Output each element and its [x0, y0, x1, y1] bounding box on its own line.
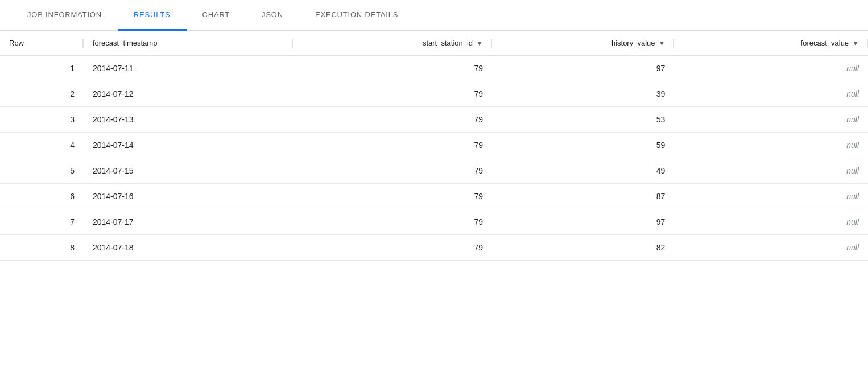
cell-forecast-3: null	[674, 107, 868, 133]
cell-timestamp-1: 2014-07-11	[84, 56, 293, 81]
cell-station-1: 79	[293, 56, 492, 81]
tab-results[interactable]: RESULTS	[118, 0, 187, 31]
cell-forecast-4: null	[674, 133, 868, 158]
col-header-forecast_timestamp: forecast_timestamp	[84, 31, 293, 56]
cell-row-2: 2	[0, 81, 84, 107]
col-header-row: Row	[0, 31, 84, 56]
cell-timestamp-6: 2014-07-16	[84, 184, 293, 209]
col-label-history_value: history_value	[611, 39, 655, 47]
table-row: 42014-07-147959null	[0, 133, 868, 158]
cell-timestamp-8: 2014-07-18	[84, 235, 293, 261]
tab-bar: JOB INFORMATIONRESULTSCHARTJSONEXECUTION…	[0, 0, 868, 31]
table-row: 82014-07-187982null	[0, 235, 868, 261]
cell-timestamp-3: 2014-07-13	[84, 107, 293, 133]
cell-station-7: 79	[293, 209, 492, 235]
cell-timestamp-2: 2014-07-12	[84, 81, 293, 107]
cell-history-5: 49	[492, 158, 674, 184]
cell-history-3: 53	[492, 107, 674, 133]
cell-station-2: 79	[293, 81, 492, 107]
col-label-forecast_value: forecast_value	[801, 39, 849, 47]
sort-icon-history_value: ▼	[659, 39, 666, 47]
table-row: 22014-07-127939null	[0, 81, 868, 107]
cell-station-6: 79	[293, 184, 492, 209]
cell-history-7: 97	[492, 209, 674, 235]
cell-history-4: 59	[492, 133, 674, 158]
cell-row-6: 6	[0, 184, 84, 209]
col-header-history_value[interactable]: history_value▼	[492, 31, 674, 56]
cell-history-2: 39	[492, 81, 674, 107]
cell-timestamp-4: 2014-07-14	[84, 133, 293, 158]
cell-timestamp-5: 2014-07-15	[84, 158, 293, 184]
table-row: 32014-07-137953null	[0, 107, 868, 133]
tab-job-information[interactable]: JOB INFORMATION	[11, 0, 118, 31]
cell-row-4: 4	[0, 133, 84, 158]
cell-station-3: 79	[293, 107, 492, 133]
cell-forecast-1: null	[674, 56, 868, 81]
cell-row-8: 8	[0, 235, 84, 261]
col-label-row: Row	[9, 39, 24, 47]
cell-forecast-7: null	[674, 209, 868, 235]
sort-icon-start_station_id: ▼	[476, 39, 483, 47]
cell-forecast-2: null	[674, 81, 868, 107]
col-label-forecast_timestamp: forecast_timestamp	[93, 39, 157, 47]
results-table: Rowforecast_timestampstart_station_id▼hi…	[0, 31, 868, 261]
cell-forecast-6: null	[674, 184, 868, 209]
cell-row-5: 5	[0, 158, 84, 184]
cell-station-4: 79	[293, 133, 492, 158]
tab-json[interactable]: JSON	[246, 0, 299, 31]
table-row: 52014-07-157949null	[0, 158, 868, 184]
col-header-start_station_id[interactable]: start_station_id▼	[293, 31, 492, 56]
cell-station-5: 79	[293, 158, 492, 184]
table-row: 12014-07-117997null	[0, 56, 868, 81]
cell-station-8: 79	[293, 235, 492, 261]
table-row: 62014-07-167987null	[0, 184, 868, 209]
cell-row-3: 3	[0, 107, 84, 133]
table-row: 72014-07-177997null	[0, 209, 868, 235]
cell-row-7: 7	[0, 209, 84, 235]
cell-timestamp-7: 2014-07-17	[84, 209, 293, 235]
tab-execution-details[interactable]: EXECUTION DETAILS	[299, 0, 414, 31]
cell-row-1: 1	[0, 56, 84, 81]
cell-forecast-8: null	[674, 235, 868, 261]
col-label-start_station_id: start_station_id	[423, 39, 473, 47]
cell-history-1: 97	[492, 56, 674, 81]
cell-history-8: 82	[492, 235, 674, 261]
sort-icon-forecast_value: ▼	[852, 39, 859, 47]
cell-forecast-5: null	[674, 158, 868, 184]
table-container: Rowforecast_timestampstart_station_id▼hi…	[0, 31, 868, 261]
cell-history-6: 87	[492, 184, 674, 209]
col-header-forecast_value[interactable]: forecast_value▼	[674, 31, 868, 56]
tab-chart[interactable]: CHART	[187, 0, 246, 31]
